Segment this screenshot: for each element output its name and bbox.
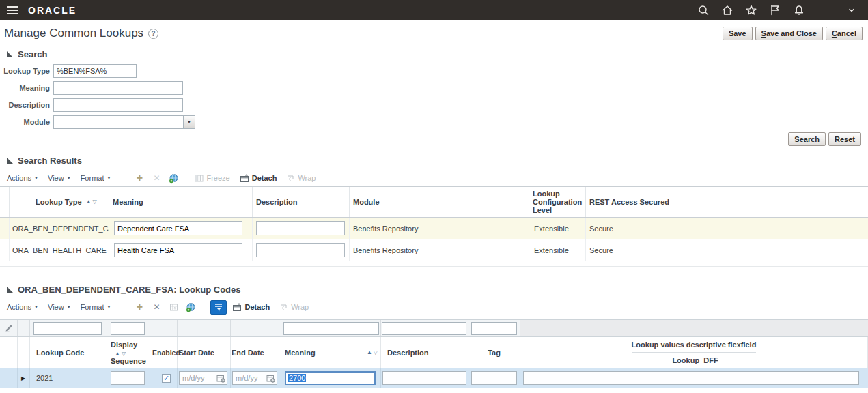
sort-descending-icon[interactable]: ▽	[374, 350, 378, 355]
menu-arrow-icon: ▼	[67, 176, 71, 180]
expand-row-icon[interactable]: ▶	[21, 375, 25, 381]
lookup-dff-input[interactable]	[523, 371, 859, 385]
view-menu[interactable]: View▼	[48, 174, 71, 182]
format-menu[interactable]: Format▼	[81, 174, 111, 182]
lookup-codes-table-header: Lookup Code Display▲▽Sequence Enabled St…	[0, 337, 868, 368]
search-results-section-header[interactable]: Search Results	[7, 156, 868, 166]
date-placeholder: m/d/yy	[182, 374, 204, 382]
filter-meaning-input[interactable]	[283, 322, 379, 335]
row-selector[interactable]	[0, 218, 10, 239]
save-and-close-button[interactable]: Save and Close	[755, 27, 823, 40]
filter-display-sequence-input[interactable]	[111, 322, 145, 335]
sort-ascending-icon[interactable]: ▲	[367, 350, 372, 355]
results-table-header: Lookup Type ▲▽ Meaning Description Modul…	[0, 186, 868, 218]
lookup-type-value: ORA_BEN_HEALTH_CARE_FSA	[10, 246, 109, 254]
check-icon: ✓	[163, 375, 169, 382]
column-header-config-level: Lookup Configuration Level	[524, 187, 586, 217]
oracle-logo: ORACLE	[28, 5, 76, 16]
menu-arrow-icon: ▼	[34, 305, 38, 309]
bottom-whitespace	[0, 388, 868, 393]
description-input[interactable]	[53, 98, 183, 112]
filter-dff-disabled-area	[520, 320, 868, 336]
add-row-icon[interactable]: +	[132, 300, 146, 314]
export-to-excel-icon[interactable]	[167, 171, 180, 185]
sort-ascending-icon[interactable]: ▲	[115, 351, 120, 357]
meaning-cell-input[interactable]	[114, 243, 242, 257]
enabled-checkbox-checked[interactable]: ✓	[162, 374, 171, 383]
detach-button[interactable]: Detach	[232, 303, 270, 312]
search-results-panel: Search Results Actions▼ View▼ Format▼ + …	[0, 156, 868, 261]
dropdown-arrow-icon: ▼	[187, 120, 191, 124]
description-cell-input[interactable]	[256, 221, 345, 235]
module-label: Module	[0, 118, 53, 126]
search-button[interactable]: Search	[788, 132, 826, 146]
start-date-input[interactable]: m/d/yy	[179, 371, 227, 385]
meaning-cell-input[interactable]	[114, 221, 242, 235]
notifications-bell-icon[interactable]	[792, 3, 806, 17]
menu-arrow-icon: ▼	[34, 176, 38, 180]
lookup-code-row[interactable]: ▶ 2021 ✓ m/d/yy m/d/yy 2700	[0, 368, 868, 388]
column-header-display-sequence[interactable]: Display▲▽Sequence	[109, 337, 150, 368]
lookup-codes-section-header[interactable]: ORA_BEN_DEPENDENT_CARE_FSA: Lookup Codes	[7, 285, 868, 295]
delete-row-icon[interactable]: ✕	[150, 300, 163, 314]
column-header-meaning[interactable]: Meaning ▲▽	[281, 337, 381, 368]
module-input[interactable]	[53, 115, 183, 129]
add-row-icon[interactable]: +	[132, 171, 146, 185]
meaning-input-focused[interactable]: 2700	[285, 371, 376, 385]
edit-filter-pencil-icon[interactable]	[5, 324, 13, 332]
wrap-button: Wrap	[279, 303, 309, 312]
export-to-excel-icon[interactable]	[184, 300, 197, 314]
detach-button[interactable]: Detach	[240, 174, 277, 183]
column-header-end-date: End Date	[231, 337, 281, 368]
meaning-input[interactable]	[53, 81, 183, 95]
date-picker-calendar-icon[interactable]	[216, 374, 225, 383]
lookup-type-input[interactable]	[53, 64, 137, 78]
module-combobox: ▼	[53, 115, 195, 129]
save-button[interactable]: Save	[723, 27, 753, 40]
search-icon[interactable]	[697, 3, 710, 17]
results-table-row[interactable]: ORA_BEN_HEALTH_CARE_FSA Benefits Reposit…	[0, 239, 868, 261]
description-input[interactable]	[382, 371, 466, 385]
config-level-value: Extensible	[524, 246, 569, 254]
sort-ascending-icon[interactable]: ▲	[86, 199, 92, 205]
detach-icon	[240, 174, 249, 183]
home-icon[interactable]	[720, 3, 734, 17]
description-cell-input[interactable]	[256, 243, 345, 257]
sort-descending-icon[interactable]: ▽	[122, 351, 126, 357]
search-section-header[interactable]: Search	[7, 49, 868, 59]
help-icon[interactable]: ?	[148, 29, 158, 39]
display-sequence-input[interactable]	[111, 371, 145, 385]
search-form: Lookup Type Meaning Description Module ▼	[0, 64, 868, 129]
date-placeholder: m/d/yy	[236, 374, 257, 382]
navigation-menu-icon[interactable]	[7, 6, 18, 14]
wrap-button: Wrap	[286, 174, 316, 183]
wrap-icon	[279, 303, 288, 312]
flag-icon[interactable]	[768, 3, 782, 17]
module-dropdown-button[interactable]: ▼	[183, 115, 195, 129]
view-menu[interactable]: View▼	[48, 303, 71, 311]
favorites-star-icon[interactable]	[744, 3, 758, 17]
query-by-example-toggle-active[interactable]	[210, 300, 227, 315]
date-picker-calendar-icon[interactable]	[266, 374, 275, 383]
section-expanded-icon	[7, 51, 13, 57]
actions-menu[interactable]: Actions▼	[7, 303, 38, 311]
actions-menu[interactable]: Actions▼	[7, 174, 38, 182]
results-table-row[interactable]: ORA_BEN_DEPENDENT_CARE_... Benefits Repo…	[0, 218, 868, 239]
column-header-lookup-type[interactable]: Lookup Type ▲▽	[10, 187, 109, 217]
module-value: Benefits Repository	[350, 224, 418, 233]
row-selector[interactable]	[0, 239, 10, 261]
results-toolbar: Actions▼ View▼ Format▼ + ✕ Freeze Detach…	[7, 170, 868, 186]
format-menu[interactable]: Format▼	[81, 303, 111, 311]
filter-lookup-code-input[interactable]	[33, 322, 102, 335]
filter-tag-input[interactable]	[471, 322, 517, 335]
end-date-input[interactable]: m/d/yy	[232, 371, 277, 385]
user-menu-chevron-icon[interactable]	[845, 3, 858, 17]
column-header-rest-access: REST Access Secured	[586, 187, 868, 217]
filter-description-input[interactable]	[382, 322, 466, 335]
cancel-button[interactable]: Cancel	[826, 27, 863, 40]
meaning-label: Meaning	[0, 84, 53, 92]
row-selector-column-header	[0, 187, 10, 217]
reset-button[interactable]: Reset	[828, 132, 861, 146]
sort-descending-icon[interactable]: ▽	[93, 199, 97, 205]
tag-input[interactable]	[471, 371, 517, 385]
